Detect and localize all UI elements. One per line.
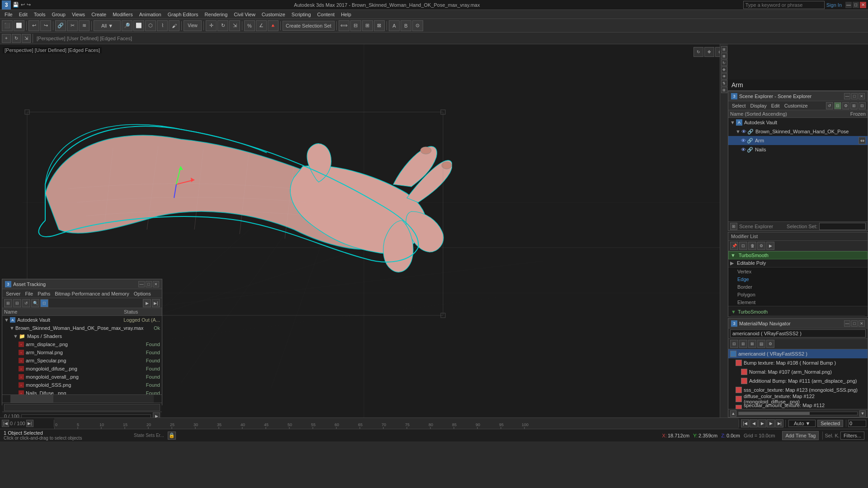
menu-graph-editors[interactable]: Graph Editors [165, 10, 201, 19]
percent-snap-btn[interactable]: % [244, 20, 255, 31]
scale-btn-2[interactable]: ⇲ [22, 34, 31, 43]
pb-goto-end[interactable]: ▶| [775, 419, 783, 427]
vst-maximize[interactable]: ⊞ [721, 87, 727, 93]
undo-scene-btn[interactable]: ↩ [28, 20, 39, 31]
spinner-snap-btn[interactable]: 🔺 [268, 20, 278, 31]
paint-select-btn[interactable]: 🖌 [169, 20, 179, 31]
se-options[interactable]: ⚙ [842, 102, 849, 109]
mat-scroll-down[interactable]: ▼ [859, 410, 866, 417]
subobj-border[interactable]: Border [728, 283, 868, 291]
menu-create[interactable]: Create [89, 10, 109, 19]
menu-civil-view[interactable]: Civil View [231, 10, 258, 19]
view-label[interactable]: View [184, 20, 202, 31]
tl-prev-key[interactable]: |◀ [2, 420, 9, 427]
vst-pan[interactable]: ✥ [721, 66, 727, 73]
modifier-editable-poly[interactable]: ▶ Editable Poly [728, 259, 868, 267]
mat-tb-btn5[interactable]: ⚙ [766, 340, 774, 348]
se-menu-edit[interactable]: Edit [769, 102, 782, 110]
pb-play[interactable]: ▶ [758, 419, 766, 427]
subobj-edge[interactable]: Edge [728, 275, 868, 283]
menu-animation[interactable]: Animation [137, 10, 164, 19]
quick-access[interactable]: 💾 [13, 2, 19, 8]
filters-btn[interactable]: Filters... [840, 432, 864, 440]
asset-tb3[interactable]: ↺ [22, 299, 30, 307]
menu-tools[interactable]: Tools [31, 10, 48, 19]
bind-space-warp-btn[interactable]: ≋ [79, 20, 90, 31]
mat-tb-btn1[interactable]: ⊟ [730, 340, 738, 348]
mat-item-specular[interactable]: specular_amount_texture: Map #112 (arm_S… [728, 404, 868, 409]
asset-filter-input[interactable] [4, 404, 160, 411]
menu-rendering[interactable]: Rendering [202, 10, 231, 19]
asset-tb-end[interactable]: ▶| [152, 299, 160, 307]
menu-content[interactable]: Content [315, 10, 338, 19]
mat-item-americanoid[interactable]: americanoid ( VRayFastSSS2 ) [728, 349, 868, 358]
pb-goto-start[interactable]: |◀ [741, 419, 749, 427]
select-region-btn[interactable]: ⬜ [14, 20, 24, 31]
subobj-polygon[interactable]: Polygon [728, 291, 868, 298]
mod-stack-active[interactable]: ▶ [766, 242, 774, 250]
asset-arm-normal[interactable]: ▪ arm_Normal.png Found [2, 348, 162, 357]
select-rotate-btn[interactable]: ↻ [217, 20, 228, 31]
subobj-element[interactable]: Element [728, 298, 868, 306]
se-menu-customize[interactable]: Customize [783, 102, 810, 110]
mat-item-diffuse[interactable]: diffuse_color_texture: Map #122 (mongolo… [728, 394, 868, 404]
asset-arm-displace[interactable]: ▪ arm_displace_.png Found [2, 340, 162, 348]
redo-scene-btn[interactable]: ↪ [40, 20, 51, 31]
se-filter-btn[interactable]: ⊟ [834, 102, 841, 109]
orbit-btn[interactable]: ↻ [693, 47, 703, 57]
asset-tb1[interactable]: ⊞ [4, 299, 12, 307]
asset-arm-specular[interactable]: ▪ arm_Specular.png Found [2, 357, 162, 365]
vst-field-of-view[interactable]: 👁 [721, 73, 727, 80]
se-minimize[interactable]: — [844, 93, 850, 99]
search-input[interactable] [743, 1, 825, 9]
menu-edit[interactable]: Edit [16, 10, 30, 19]
se-maximize[interactable]: □ [851, 93, 858, 99]
mn-minimize[interactable]: — [844, 320, 850, 327]
se-expand[interactable]: ⊞ [850, 102, 858, 109]
asset-file-item[interactable]: ▼ Brown_Skinned_Woman_Hand_OK_Pose_max_v… [2, 324, 162, 332]
render-btn[interactable]: B [401, 20, 411, 31]
pan-btn[interactable]: ✥ [704, 47, 714, 57]
mat-search-input[interactable] [730, 329, 866, 338]
mat-item-normal[interactable]: Normal: Map #107 (arm_Normal.png) [728, 367, 868, 376]
mod-remove[interactable]: 🗑 [748, 242, 756, 250]
mat-scrollbar[interactable] [738, 412, 858, 415]
rect-select-btn[interactable]: ⬜ [133, 20, 144, 31]
unlink-btn[interactable]: ✂ [67, 20, 78, 31]
scene-item-arm[interactable]: 👁 🔗 Arm ⇔ [728, 136, 868, 145]
select-move-btn[interactable]: ✛ [206, 20, 217, 31]
pb-next-frame[interactable]: ▶ [767, 419, 775, 427]
select-filter-btn[interactable]: All ▼ [94, 20, 121, 31]
se-collapse[interactable]: ⊟ [859, 102, 866, 109]
timeline-ruler[interactable]: 0 5 10 15 20 25 30 35 40 45 50 [54, 418, 739, 429]
fence-select-btn[interactable]: ⬡ [145, 20, 156, 31]
vst-walk[interactable]: ⇅ [721, 80, 727, 86]
mod-configure[interactable]: ⚙ [757, 242, 765, 250]
asset-mongoloid-sss[interactable]: ▪ mongoloid_SSS.png Found [2, 381, 162, 389]
arm-link-2[interactable]: ⇔ [859, 137, 866, 144]
asset-tb4[interactable]: 🔍 [31, 299, 39, 307]
asset-mongoloid-diffuse[interactable]: ▪ mongoloid_difuse_.png Found [2, 365, 162, 373]
se-menu-display[interactable]: Display [749, 102, 769, 110]
asset-tb2[interactable]: ⊟ [13, 299, 21, 307]
render-setup-btn[interactable]: A [389, 20, 400, 31]
mat-tb-btn4[interactable]: ▤ [757, 340, 765, 348]
menu-group[interactable]: Group [49, 10, 68, 19]
lock-btn[interactable]: 🔒 [168, 432, 176, 440]
align-view-btn[interactable]: ⊞ [362, 20, 373, 31]
se-close[interactable]: ✕ [859, 93, 865, 99]
mod-make-unique[interactable]: ⊡ [739, 242, 747, 250]
subobj-vertex[interactable]: Vertex [728, 267, 868, 275]
vst-orbit[interactable]: ↻ [721, 60, 727, 66]
asset-menu-bitmap[interactable]: Bitmap Performance and Memory [53, 290, 131, 298]
se-menu-select[interactable]: Select [730, 102, 748, 110]
add-time-tag-btn[interactable]: Add Time Tag [782, 431, 819, 440]
render-frame-btn[interactable]: ⊙ [412, 20, 423, 31]
mat-tb-btn3[interactable]: ⊠ [748, 340, 756, 348]
asset-maximize[interactable]: □ [146, 281, 152, 287]
select-by-name-btn[interactable]: 🔎 [122, 20, 132, 31]
turbosmooth-collapse[interactable]: ▼ TurboSmooth [731, 308, 865, 316]
mat-tb-btn2[interactable]: ⊞ [739, 340, 747, 348]
mat-item-add-bump[interactable]: Additional Bump: Map #111 (arm_displace_… [728, 376, 868, 385]
menu-views[interactable]: Views [69, 10, 88, 19]
